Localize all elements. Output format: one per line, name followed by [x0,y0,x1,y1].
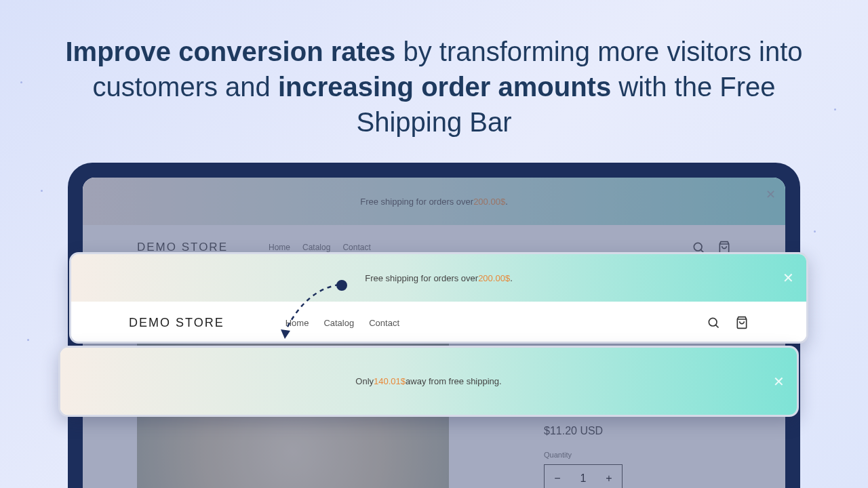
header-icons [707,316,749,329]
svg-point-0 [694,243,702,251]
shipping-bar-progress-strip: Only 140.01$ away from free shipping. ✕ [60,348,797,415]
nav-catalog[interactable]: Catalog [323,318,354,328]
store-logo[interactable]: DEMO STORE [129,316,224,330]
bg-bar-suffix: . [505,197,508,207]
svg-point-2 [709,318,717,326]
close-icon[interactable]: ✕ [766,187,776,202]
highlighted-shipping-bar-initial: Free shipping for orders over 200.00$ . … [69,252,808,344]
nav-contact[interactable]: Contact [342,243,370,252]
marketing-headline: Improve conversion rates by transforming… [0,0,868,160]
quantity-label: Quantity [544,451,734,459]
bg-dot [41,190,43,192]
bg-dot [20,81,22,83]
bar-suffix: . [510,273,513,283]
headline-bold-2: increasing order amounts [278,72,611,102]
search-icon[interactable] [707,316,720,329]
cart-icon[interactable] [735,316,749,329]
close-icon[interactable]: ✕ [773,373,785,390]
bg-bar-amount: 200.00$ [473,197,505,207]
qty-plus-button[interactable]: + [596,465,622,488]
bg-dot [27,339,29,341]
bar-prefix: Free shipping for orders over [365,273,478,283]
qty-value: 1 [570,465,596,488]
background-shipping-bar: Free shipping for orders over 200.00$ . … [83,178,785,225]
nav-contact[interactable]: Contact [369,318,399,328]
headline-bold-1: Improve conversion rates [65,37,395,66]
bg-nav: Home Catalog Contact [269,243,371,252]
svg-line-3 [715,325,718,327]
product-price: $11.20 USD [544,425,734,437]
progress-suffix: away from free shipping. [406,376,502,386]
main-nav: Home Catalog Contact [285,318,399,328]
highlighted-shipping-bar-progress: Only 140.01$ away from free shipping. ✕ [58,346,799,417]
bar-amount: 200.00$ [478,273,510,283]
nav-home[interactable]: Home [269,243,290,252]
qty-minus-button[interactable]: − [545,465,570,488]
bg-dot [834,108,836,110]
progress-amount: 140.01$ [374,376,406,386]
quantity-stepper: − 1 + [544,464,623,488]
close-icon[interactable]: ✕ [783,270,794,286]
shipping-bar-strip: Free shipping for orders over 200.00$ . … [71,254,806,302]
progress-prefix: Only [355,376,374,386]
bg-bar-prefix: Free shipping for orders over [360,197,473,207]
product-info: $11.20 USD Quantity − 1 + [544,425,734,488]
store-header: DEMO STORE Home Catalog Contact [71,302,806,344]
nav-catalog[interactable]: Catalog [302,243,330,252]
bg-dot [814,230,816,232]
nav-home[interactable]: Home [285,318,309,328]
